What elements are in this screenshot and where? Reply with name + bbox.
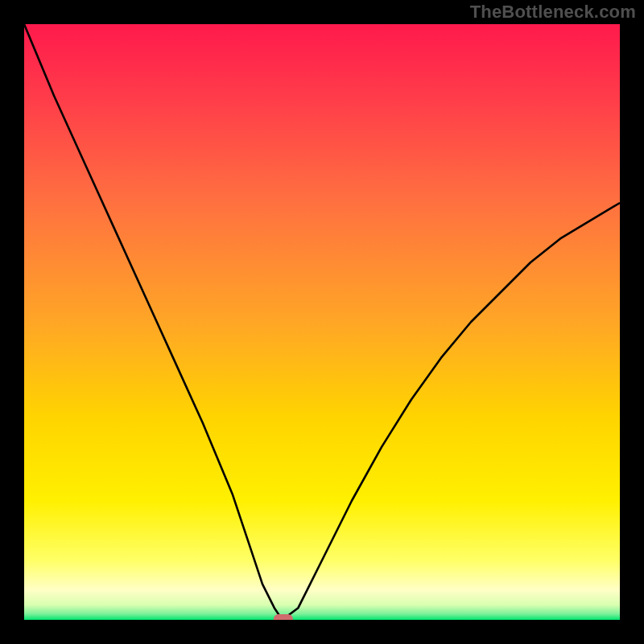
watermark-text: TheBottleneck.com bbox=[470, 2, 636, 23]
optimum-marker bbox=[274, 614, 293, 620]
gradient-background bbox=[24, 24, 620, 620]
plot-area bbox=[24, 24, 620, 620]
bottleneck-chart bbox=[24, 24, 620, 620]
chart-frame: TheBottleneck.com bbox=[0, 0, 644, 644]
